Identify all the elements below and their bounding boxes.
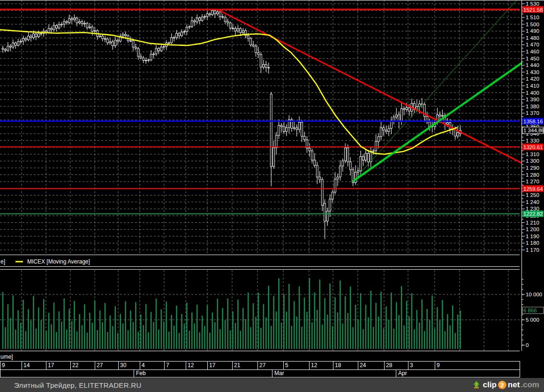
date-cell-label: 9 [437, 362, 440, 369]
chart-canvas: 1 1701 1801 1901 2001 2101 2201 2301 240… [0, 0, 544, 378]
price-tick-label: 1 170 [526, 247, 539, 253]
price-tick-label: 1 310 [526, 151, 539, 157]
month-cell[interactable] [134, 370, 272, 377]
date-cell-label: 27 [259, 362, 266, 369]
date-cell-label: 3 [410, 362, 413, 369]
status-bar: Элитный Трейдер, ELITETRADER.RU clip2net… [0, 378, 544, 392]
ma-legend-label[interactable]: MICEX [Moving Average] [27, 258, 90, 265]
legend-truncated-text: e] [0, 258, 5, 265]
date-cell[interactable] [435, 362, 520, 370]
month-cell-label: Mar [274, 370, 284, 377]
price-tick-label: 1 280 [526, 172, 539, 178]
price-tick-label: 1 450 [526, 56, 539, 61]
volume-tick-label: 10 000 [526, 292, 542, 297]
price-tick-label: 1 240 [526, 199, 539, 205]
legend-row-volume: ume] [0, 354, 13, 360]
status-bar-text: Элитный Трейдер, ELITETRADER.RU [0, 381, 142, 389]
price-tick-label: 1 380 [526, 104, 539, 109]
month-cell[interactable] [396, 370, 520, 377]
price-tick-label: 1 250 [526, 192, 539, 198]
level-badge-1222.82-text: 1222.82 [523, 211, 543, 217]
price-tick-label: 1 190 [526, 234, 539, 239]
date-cell-label: 9 [2, 362, 5, 369]
date-cell-label: 14 [23, 362, 30, 369]
level-badge-1358.16-text: 1358.16 [523, 119, 543, 124]
price-tick-label: 1 390 [526, 97, 539, 102]
price-tick-label: 1 510 [526, 15, 539, 20]
main-chart-plot[interactable] [0, 0, 520, 255]
price-tick-label: 1 490 [526, 28, 539, 34]
price-tick-label: 1 480 [526, 35, 539, 41]
price-tick-label: 1 420 [526, 76, 539, 82]
level-badge-1259.64-text: 1259.64 [523, 186, 543, 192]
date-cell-label: 28 [386, 362, 393, 369]
date-cell-label: 7 [166, 362, 169, 369]
price-tick-label: 1 530 [526, 1, 539, 7]
logo-two-icon: 2 [498, 381, 506, 389]
price-tick-label: 1 370 [526, 110, 539, 116]
date-cell-label: 4 [142, 362, 145, 369]
price-tick-label: 1 200 [526, 226, 539, 232]
price-tick-label: 1 270 [526, 179, 539, 184]
date-axis[interactable]: 91417222730471217212751218242839FebMarAp… [0, 362, 520, 377]
month-cell[interactable] [0, 370, 134, 377]
clip2net-logo[interactable]: clip2net.com [472, 380, 544, 390]
price-tick-label: 1 430 [526, 69, 539, 75]
price-tick-label: 1 500 [526, 22, 539, 27]
logo-net: net [508, 380, 520, 390]
date-cell-label: 22 [72, 362, 79, 369]
logo-dotcom: .com [521, 380, 539, 390]
price-tick-label: 1 210 [526, 220, 539, 226]
volume-tick-label: 0 [526, 342, 529, 348]
level-badge-1320.61-text: 1320.61 [523, 144, 543, 150]
date-cell-label: 21 [234, 362, 241, 369]
date-cell-label: 30 [120, 362, 127, 369]
date-cell-label: 17 [48, 362, 54, 369]
month-cell[interactable] [272, 370, 396, 377]
logo-clip: clip [483, 380, 497, 390]
volume-legend-truncated-text: ume] [0, 354, 13, 360]
month-cell-label: Apr [398, 370, 407, 377]
date-cell-label: 17 [209, 362, 216, 369]
price-tick-label: 1 410 [526, 83, 539, 89]
price-tick-label: 1 400 [526, 90, 539, 96]
volume-plot[interactable] [0, 270, 520, 351]
price-tick-label: 1 180 [526, 240, 539, 246]
level-badge-1521.58-text: 1521.58 [523, 7, 543, 13]
price-tick-label: 1 470 [526, 42, 539, 47]
date-cell-label: 12 [311, 362, 317, 369]
date-cell-label: 24 [360, 362, 366, 369]
volume-tick-label: 5 000 [526, 317, 539, 323]
trading-terminal-window: { "window": {"width": 1160, "height": 83… [0, 0, 544, 392]
date-cell-label: 27 [97, 362, 103, 369]
month-cell-label: Feb [136, 370, 146, 377]
upload-arrow-icon [472, 380, 482, 390]
price-tick-label: 1 440 [526, 62, 539, 68]
date-cell-label: 12 [188, 362, 194, 369]
price-tick-label: 1 460 [526, 49, 539, 54]
date-cell-label: 5 [285, 362, 288, 369]
legend-row-top: e] MICEX [Moving Average] [0, 258, 90, 265]
date-cell-label: 18 [335, 362, 341, 369]
last-volume-badge-text: 6 866 [523, 308, 537, 313]
price-tick-label: 1 290 [526, 165, 539, 171]
price-tick-label: 1 300 [526, 158, 539, 164]
price-tick-label: 1 330 [526, 138, 539, 143]
last-price-badge-text: 1 344,86 [523, 128, 544, 133]
